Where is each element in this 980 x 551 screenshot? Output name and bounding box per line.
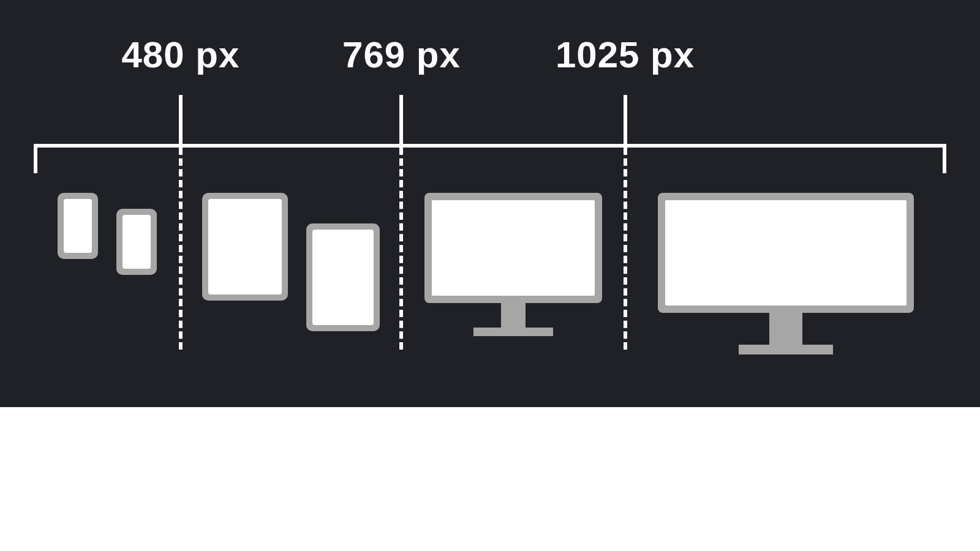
breakpoint-label: 769 px — [342, 34, 461, 76]
phone-portrait-icon — [58, 193, 98, 259]
device-screen — [123, 215, 151, 269]
monitor-neck — [769, 313, 802, 345]
ruler-endcap-right — [943, 144, 946, 173]
monitor-bezel — [424, 193, 602, 303]
monitor-large-icon — [658, 193, 914, 354]
device-screen — [64, 199, 92, 253]
monitor-bezel — [658, 193, 914, 313]
monitor-small-icon — [424, 193, 602, 336]
tablet-portrait-icon — [306, 223, 380, 331]
device-screen — [665, 200, 907, 305]
ruler-line — [34, 144, 946, 148]
device-screen — [208, 199, 282, 294]
monitor-neck — [501, 303, 526, 328]
device-row — [34, 174, 946, 370]
ruler-endcap-left — [34, 144, 37, 173]
breakpoint-label: 1025 px — [556, 34, 695, 76]
device-screen — [432, 200, 595, 296]
range-desktop-small — [401, 174, 625, 370]
phone-landscape-icon — [116, 209, 157, 275]
diagram-stage: 480 px 769 px 1025 px — [34, 34, 946, 370]
diagram-panel: 480 px 769 px 1025 px — [0, 0, 980, 407]
breakpoint-label: 480 px — [121, 34, 239, 76]
breakpoint-tick — [624, 95, 627, 148]
monitor-base — [473, 328, 553, 336]
range-desktop-large — [625, 174, 946, 370]
breakpoint-tick — [399, 95, 403, 148]
breakpoint-tick — [179, 95, 183, 148]
monitor-base — [739, 345, 833, 354]
range-phones — [34, 174, 181, 370]
tablet-landscape-icon — [202, 193, 288, 301]
range-tablets — [181, 174, 402, 370]
device-screen — [312, 230, 374, 325]
